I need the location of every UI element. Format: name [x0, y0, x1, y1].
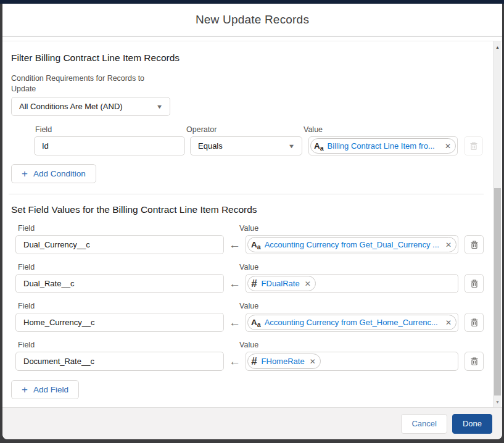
- value-pill[interactable]: Aa Accounting Currency from Get_Home_Cur…: [247, 315, 456, 330]
- remove-icon[interactable]: ✕: [305, 280, 311, 288]
- modal-footer: Cancel Done: [2, 407, 502, 439]
- scrollbar-thumb[interactable]: [494, 188, 501, 395]
- modal-header: New Update Records: [2, 4, 502, 37]
- field-label: Field: [18, 340, 35, 350]
- condition-field-label: Field: [34, 125, 185, 135]
- left-arrow-icon: ←: [224, 239, 246, 250]
- value-pill[interactable]: Aa Accounting Currency from Get_Dual_Cur…: [247, 237, 456, 252]
- value-label: Value: [239, 223, 258, 234]
- set-values-heading: Set Field Values for the Billing Contrac…: [11, 204, 484, 215]
- value-combobox[interactable]: # FHomeRate ✕: [246, 352, 458, 371]
- field-value-row: Field Value Document_Rate__c ← # FHomeRa…: [9, 340, 484, 371]
- modal-body: Filter Billing Contract Line Item Record…: [2, 41, 502, 407]
- condition-operator-label: Operator: [185, 125, 302, 135]
- value-pill-label: Accounting Currency from Get_Dual_Curren…: [265, 240, 440, 249]
- value-pill-label: Accounting Currency from Get_Home_Curren…: [265, 318, 440, 327]
- value-label: Value: [239, 262, 258, 273]
- add-condition-label: Add Condition: [33, 169, 86, 178]
- vertical-scrollbar[interactable]: ▲ ▼: [493, 41, 501, 407]
- condition-value-combobox[interactable]: Aa Billing Contract Line Item fro... ✕: [308, 136, 458, 155]
- left-arrow-icon: ←: [224, 355, 246, 367]
- scroll-up-icon[interactable]: ▲: [494, 43, 502, 51]
- condition-value-pill[interactable]: Aa Billing Contract Line Item fro... ✕: [310, 138, 456, 154]
- condition-operator-value: Equals: [198, 141, 223, 151]
- value-pill[interactable]: # FHomeRate ✕: [247, 354, 321, 369]
- field-label: Field: [18, 262, 35, 273]
- trash-icon: [469, 141, 478, 151]
- remove-icon[interactable]: ✕: [445, 319, 452, 326]
- value-pill-label: FDualRate: [262, 279, 300, 288]
- value-pill[interactable]: # FDualRate ✕: [247, 276, 316, 291]
- left-arrow-icon: ←: [224, 317, 246, 328]
- add-field-label: Add Field: [33, 385, 68, 394]
- number-type-icon: #: [251, 278, 257, 289]
- condition-field-input[interactable]: Id: [34, 136, 185, 155]
- chevron-down-icon: ▼: [288, 143, 295, 149]
- condition-requirements-select[interactable]: All Conditions Are Met (AND) ▼: [11, 97, 170, 116]
- modal-title: New Update Records: [196, 13, 309, 27]
- value-combobox[interactable]: # FDualRate ✕: [246, 274, 458, 293]
- done-button[interactable]: Done: [452, 414, 492, 434]
- field-label: Field: [18, 223, 35, 234]
- trash-icon: [470, 240, 479, 249]
- field-input[interactable]: Dual_Currency__c: [15, 235, 224, 254]
- chevron-down-icon: ▼: [156, 104, 163, 110]
- new-update-records-modal: New Update Records Filter Billing Contra…: [2, 4, 502, 439]
- remove-icon[interactable]: ✕: [445, 143, 451, 150]
- field-label: Field: [18, 301, 35, 312]
- condition-operator-select[interactable]: Equals ▼: [190, 136, 302, 155]
- add-icon: +: [22, 384, 28, 395]
- trash-icon: [470, 318, 479, 327]
- remove-icon[interactable]: ✕: [445, 241, 452, 249]
- value-pill-label: FHomeRate: [262, 357, 305, 366]
- condition-value-label: Value: [302, 125, 458, 135]
- field-input-value: Dual_Currency__c: [23, 240, 90, 249]
- left-arrow-icon: ←: [224, 278, 246, 289]
- add-field-button[interactable]: + Add Field: [11, 380, 79, 399]
- field-input[interactable]: Dual_Rate__c: [15, 274, 224, 293]
- field-input[interactable]: Document_Rate__c: [15, 352, 224, 371]
- cancel-button[interactable]: Cancel: [401, 414, 447, 434]
- value-label: Value: [239, 340, 258, 350]
- condition-requirements-value: All Conditions Are Met (AND): [19, 102, 152, 111]
- filter-section: Filter Billing Contract Line Item Record…: [9, 41, 484, 194]
- value-combobox[interactable]: Aa Accounting Currency from Get_Dual_Cur…: [246, 235, 458, 254]
- condition-requirements-label: Condition Requirements for Records to Up…: [11, 73, 165, 94]
- text-type-icon: Aa: [251, 241, 261, 249]
- value-label: Value: [239, 301, 258, 312]
- text-type-icon: Aa: [314, 142, 324, 151]
- text-type-icon: Aa: [251, 318, 261, 327]
- delete-condition-button[interactable]: [464, 136, 483, 155]
- number-type-icon: #: [251, 356, 257, 366]
- field-input-value: Dual_Rate__c: [23, 279, 74, 288]
- add-condition-button[interactable]: + Add Condition: [11, 164, 96, 183]
- field-value-row: Field Value Dual_Rate__c ← # FDualRate: [9, 262, 484, 293]
- set-values-section: Set Field Values for the Billing Contrac…: [9, 194, 484, 407]
- trash-icon: [470, 357, 479, 366]
- trash-icon: [470, 279, 479, 288]
- condition-field-value: Id: [42, 141, 49, 151]
- remove-icon[interactable]: ✕: [310, 358, 316, 365]
- value-combobox[interactable]: Aa Accounting Currency from Get_Home_Cur…: [246, 313, 458, 332]
- field-value-row: Field Value Home_Currency__c ← Aa Accoun…: [9, 301, 484, 332]
- delete-field-button[interactable]: [465, 235, 484, 254]
- condition-row: Field Id Operator Equals ▼ Value: [34, 125, 484, 155]
- add-icon: +: [22, 168, 28, 179]
- delete-field-button[interactable]: [465, 352, 484, 371]
- condition-value-pill-label: Billing Contract Line Item fro...: [328, 141, 440, 151]
- field-input[interactable]: Home_Currency__c: [15, 313, 224, 332]
- field-input-value: Home_Currency__c: [23, 318, 95, 327]
- delete-field-button[interactable]: [465, 274, 484, 293]
- scroll-down-icon[interactable]: ▼: [494, 397, 502, 406]
- filter-section-heading: Filter Billing Contract Line Item Record…: [11, 52, 484, 64]
- field-value-row: Field Value Dual_Currency__c ← Aa Accoun…: [9, 223, 484, 254]
- header-divider: [2, 37, 502, 41]
- delete-field-button[interactable]: [465, 313, 484, 332]
- field-input-value: Document_Rate__c: [23, 357, 94, 366]
